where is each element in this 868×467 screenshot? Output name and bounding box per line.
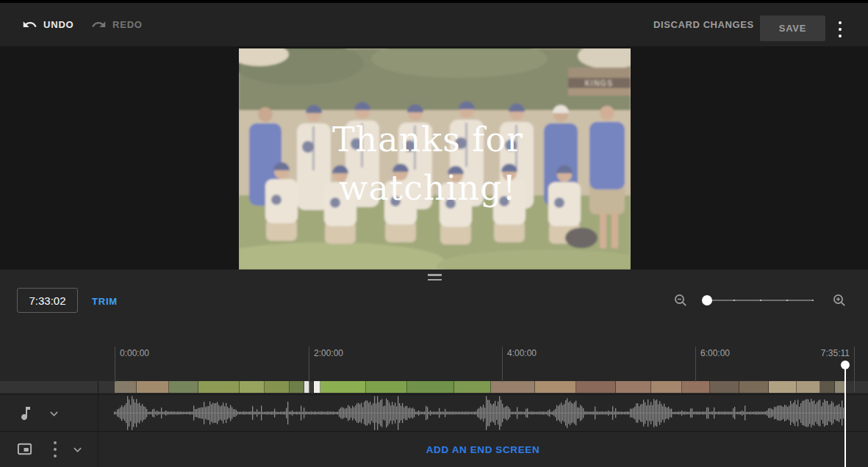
filmstrip-thumb — [320, 381, 366, 393]
kebab-dot — [54, 448, 57, 451]
kebab-dot — [839, 28, 842, 31]
slider-tick — [812, 300, 814, 301]
video-preview: KINGS — [239, 48, 631, 269]
magnifier-plus-icon — [832, 293, 847, 308]
audio-waveform[interactable] — [0, 395, 868, 431]
filmstrip-thumb — [314, 381, 320, 393]
playhead-handle[interactable] — [841, 361, 850, 369]
overlay-caption-line1: Thanks for — [332, 120, 523, 159]
zoom-in-button[interactable] — [832, 293, 847, 308]
filmstrip-thumb — [797, 381, 820, 393]
filmstrip-thumbnails[interactable] — [115, 381, 845, 393]
end-screen-track-button[interactable] — [16, 441, 33, 460]
filmstrip-thumb — [304, 381, 309, 393]
redo-icon — [91, 17, 107, 32]
filmstrip-thumb — [651, 381, 682, 393]
filmstrip-thumb — [710, 381, 739, 393]
ruler-tick-line — [695, 347, 696, 382]
chevron-down-icon — [70, 442, 85, 457]
redo-label: REDO — [112, 19, 143, 30]
filmstrip-thumb — [240, 381, 265, 393]
slider-thumb[interactable] — [702, 295, 712, 305]
filmstrip-thumb — [835, 381, 845, 393]
filmstrip-thumb — [407, 381, 454, 393]
filmstrip-thumb — [115, 381, 137, 393]
playhead-line — [844, 365, 846, 467]
filmstrip-thumb — [454, 381, 491, 393]
save-button[interactable]: SAVE — [760, 15, 825, 41]
kebab-dot — [839, 21, 842, 24]
filmstrip-thumb — [198, 381, 240, 393]
discard-changes-label: DISCARD CHANGES — [653, 19, 754, 30]
discard-changes-button[interactable]: DISCARD CHANGES — [653, 3, 754, 46]
kebab-dot — [54, 455, 57, 457]
undo-icon — [22, 17, 37, 32]
filmstrip-thumb — [535, 381, 576, 393]
end-screen-icon — [16, 441, 33, 457]
timeline-end-label: 7:35:11 — [808, 348, 850, 358]
ruler-tick-label: 2:00:00 — [314, 348, 343, 358]
ruler-tick-line — [115, 347, 115, 382]
filmstrip-thumb — [616, 381, 651, 393]
ruler-tick-label: 6:00:00 — [700, 348, 730, 358]
filmstrip-thumb — [820, 381, 835, 393]
timeline-end-line — [854, 347, 855, 392]
undo-label: UNDO — [43, 19, 73, 30]
redo-button[interactable]: REDO — [91, 3, 143, 46]
preview-stage: KINGS — [0, 46, 868, 269]
filmstrip-thumb — [137, 381, 169, 393]
filmstrip-thumb — [739, 381, 769, 393]
timeline-zoom-slider[interactable] — [702, 293, 818, 308]
ruler-tick-line — [502, 347, 503, 382]
undo-button[interactable]: UNDO — [22, 3, 73, 46]
ruler-tick-label: 0:00:00 — [120, 348, 149, 358]
filmstrip-thumb — [169, 381, 198, 393]
end-screen-expand-button[interactable] — [70, 442, 85, 460]
magnifier-minus-icon — [673, 293, 688, 308]
filmstrip-thumb — [682, 381, 710, 393]
slider-tick — [734, 300, 735, 301]
more-options-button[interactable] — [836, 21, 844, 37]
ruler-tick-label: 4:00:00 — [507, 348, 537, 358]
filmstrip-thumb — [290, 381, 304, 393]
editor-toolbar: UNDO REDO DISCARD CHANGES SAVE — [0, 3, 868, 46]
kebab-dot — [839, 35, 842, 37]
slider-tick — [786, 300, 788, 301]
kebab-dot — [54, 441, 57, 444]
add-end-screen-button[interactable]: ADD AN END SCREEN — [98, 444, 868, 455]
filmstrip-thumb — [769, 381, 797, 393]
panel-resize-handle[interactable] — [428, 274, 442, 280]
row-divider — [0, 431, 868, 432]
end-screen-options-button[interactable] — [51, 441, 59, 457]
timecode-input[interactable] — [17, 288, 78, 313]
filmstrip-thumb — [491, 381, 535, 393]
zoom-out-button[interactable] — [673, 293, 688, 308]
filmstrip-thumb — [366, 381, 407, 393]
slider-tick — [760, 300, 761, 301]
video-editor-window: UNDO REDO DISCARD CHANGES SAVE — [0, 0, 868, 467]
filmstrip-thumb — [576, 381, 616, 393]
trim-button[interactable]: TRIM — [92, 296, 118, 307]
ruler-tick-line — [309, 347, 309, 382]
overlay-caption-line2: watching! — [339, 168, 517, 208]
filmstrip-thumb — [265, 381, 290, 393]
